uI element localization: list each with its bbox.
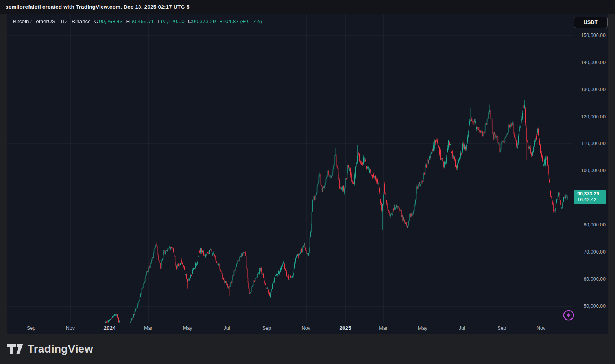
bar-countdown: 16:42:42 — [577, 197, 606, 203]
price-axis[interactable]: USDT 90,373.29 16:42:42 150,000.00140,00… — [573, 14, 608, 323]
ohlc-item: O90,268.43 — [94, 18, 123, 24]
candlestick-chart[interactable] — [7, 14, 573, 323]
time-tick-label: Jul — [223, 325, 230, 331]
last-price-label: 90,373.29 16:42:42 — [574, 190, 606, 204]
change-value: +104.87 (+0.12%) — [220, 18, 262, 24]
price-tick-label: 60,000.00 — [584, 276, 606, 282]
ohlc-values: O90,268.43 H90,469.71 L90,120.00 C90,373… — [94, 18, 216, 24]
price-tick-label: 110,000.00 — [581, 140, 606, 147]
attribution-bar: semilorefaleti created with TradingView.… — [0, 0, 615, 14]
time-tick-label: Nov — [66, 325, 75, 331]
price-tick-label: 50,000.00 — [584, 303, 606, 309]
chart-widget: Bitcoin / TetherUS · 1D · Binance O90,26… — [7, 14, 608, 334]
time-tick-label: May — [418, 325, 427, 331]
price-tick-label: 150,000.00 — [581, 32, 606, 39]
footer-brand[interactable]: TradingView — [7, 338, 93, 360]
chart-legend: Bitcoin / TetherUS · 1D · Binance O90,26… — [13, 18, 262, 24]
time-tick-label: 2025 — [340, 325, 351, 331]
price-tick-label: 70,000.00 — [584, 249, 606, 255]
price-tick-label: 100,000.00 — [581, 167, 606, 174]
ohlc-item: H90,469.71 — [126, 18, 154, 24]
time-tick-label: Jul — [459, 325, 465, 331]
currency-toggle-button[interactable]: USDT — [574, 17, 608, 28]
time-tick-label: May — [183, 325, 192, 331]
time-tick-label: 2024 — [104, 325, 116, 331]
tradingview-logo-icon — [7, 343, 23, 355]
time-tick-label: Nov — [302, 325, 310, 331]
ohlc-item: C90,373.29 — [188, 18, 216, 24]
attribution-text: semilorefaleti created with TradingView.… — [6, 4, 190, 10]
tradingview-wordmark: TradingView — [28, 343, 93, 355]
time-tick-label: Sep — [27, 325, 35, 331]
time-tick-label: Mar — [144, 325, 153, 331]
price-tick-label: 80,000.00 — [584, 222, 606, 228]
time-tick-label: Sep — [497, 325, 506, 331]
time-axis[interactable]: SepNov2024MarMayJulSepNov2025MarMayJulSe… — [7, 323, 573, 334]
boost-lightning-icon[interactable] — [563, 309, 574, 321]
price-tick-label: 130,000.00 — [581, 86, 606, 93]
last-price-value: 90,373.29 — [577, 191, 606, 197]
time-tick-label: Nov — [537, 325, 545, 331]
price-tick-label: 140,000.00 — [581, 59, 606, 66]
time-tick-label: Mar — [379, 325, 388, 331]
symbol-title[interactable]: Bitcoin / TetherUS · 1D · Binance — [13, 18, 91, 24]
time-tick-label: Sep — [262, 325, 271, 331]
price-tick-label: 120,000.00 — [581, 114, 606, 120]
ohlc-item: L90,120.00 — [157, 18, 185, 24]
